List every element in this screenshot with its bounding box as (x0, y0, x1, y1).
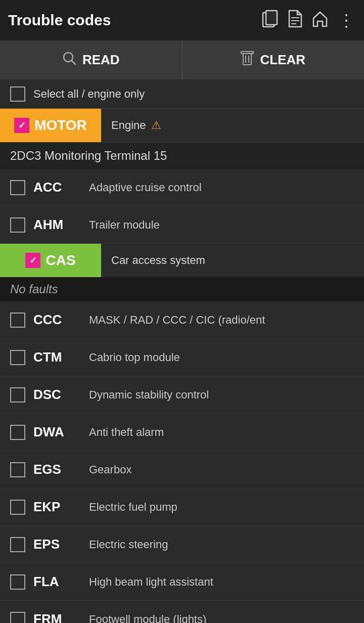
list-item[interactable]: CTM Cabrio top module (0, 339, 364, 376)
eps-code: EPS (33, 537, 89, 552)
list-item[interactable]: EPS Electric steering (0, 526, 364, 563)
list-item[interactable]: EKP Electric fuel pump (0, 488, 364, 526)
svg-rect-1 (266, 11, 277, 25)
egs-checkbox[interactable] (10, 462, 25, 477)
select-all-row[interactable]: Select all / engine only (0, 79, 364, 109)
ekp-desc: Electric fuel pump (89, 501, 354, 514)
group-header: 2DC3 Monitoring Terminal 15 (0, 142, 364, 169)
eps-checkbox[interactable] (10, 537, 25, 552)
search-icon (62, 51, 76, 69)
ahm-code: AHM (33, 217, 89, 233)
ekp-checkbox[interactable] (10, 500, 25, 515)
frm-code: FRM (33, 611, 89, 623)
cas-badge: CAS (0, 244, 101, 277)
document-icon[interactable] (287, 10, 302, 31)
list-item[interactable]: FLA High beam light assistant (0, 563, 364, 601)
engine-label: Engine (111, 119, 146, 132)
ccc-checkbox[interactable] (10, 313, 25, 328)
ctm-desc: Cabrio top module (89, 351, 354, 364)
ahm-checkbox[interactable] (10, 217, 25, 233)
ccc-desc: MASK / RAD / CCC / CIC (radio/ent (89, 314, 354, 327)
read-button[interactable]: READ (0, 40, 183, 79)
dsc-checkbox[interactable] (10, 387, 25, 403)
cas-label: CAS (46, 252, 75, 269)
svg-line-6 (72, 61, 75, 64)
list-item[interactable]: ACC Adaptive cruise control (0, 169, 364, 206)
trash-icon (241, 51, 254, 69)
fla-checkbox[interactable] (10, 574, 25, 590)
fla-desc: High beam light assistant (89, 575, 354, 589)
select-all-checkbox[interactable] (10, 86, 25, 102)
dwa-desc: Anti theft alarm (89, 426, 354, 439)
copy-icon[interactable] (262, 10, 278, 31)
cas-checkbox[interactable] (25, 253, 40, 268)
svg-rect-8 (243, 54, 251, 65)
egs-desc: Gearbox (89, 463, 354, 476)
clear-button[interactable]: CLEAR (183, 40, 365, 79)
list-item[interactable]: EGS Gearbox (0, 451, 364, 488)
motor-label: MOTOR (34, 117, 87, 134)
clear-label: CLEAR (260, 52, 305, 68)
select-all-label: Select all / engine only (33, 87, 145, 101)
frm-checkbox[interactable] (10, 612, 25, 624)
frm-desc: Footwell module (lights) (89, 613, 354, 624)
cas-module-row[interactable]: CAS Car access system (0, 244, 364, 277)
cas-desc: Car access system (101, 254, 215, 267)
list-item[interactable]: AHM Trailer module (0, 206, 364, 244)
ekp-code: EKP (33, 499, 89, 515)
header-icons: ⋮ (262, 10, 356, 31)
list-item[interactable]: DWA Anti theft alarm (0, 414, 364, 451)
motor-badge: MOTOR (0, 109, 101, 142)
egs-code: EGS (33, 462, 89, 477)
more-icon[interactable]: ⋮ (338, 10, 356, 30)
acc-code: ACC (33, 180, 89, 195)
list-item[interactable]: CCC MASK / RAD / CCC / CIC (radio/ent (0, 301, 364, 339)
cas-desc-label: Car access system (111, 254, 205, 267)
page-title: Trouble codes (8, 12, 262, 29)
dwa-checkbox[interactable] (10, 425, 25, 440)
fla-code: FLA (33, 574, 89, 590)
read-label: READ (82, 52, 120, 68)
ctm-checkbox[interactable] (10, 350, 25, 365)
dsc-code: DSC (33, 387, 89, 403)
ctm-code: CTM (33, 349, 89, 365)
header: Trouble codes ⋮ (0, 0, 364, 40)
dwa-code: DWA (33, 424, 89, 440)
eps-desc: Electric steering (89, 538, 354, 551)
list-item[interactable]: DSC Dynamic stability control (0, 376, 364, 414)
dsc-desc: Dynamic stability control (89, 388, 354, 402)
motor-checkbox[interactable] (14, 118, 29, 133)
motor-module-row[interactable]: MOTOR Engine ⚠ (0, 109, 364, 142)
home-icon[interactable] (311, 10, 329, 31)
ccc-code: CCC (33, 312, 89, 328)
no-faults: No faults (0, 277, 364, 301)
acc-checkbox[interactable] (10, 180, 25, 195)
motor-desc: Engine ⚠ (101, 119, 171, 132)
list-item[interactable]: FRM Footwell module (lights) (0, 601, 364, 623)
ahm-desc: Trailer module (89, 218, 354, 232)
acc-desc: Adaptive cruise control (89, 181, 354, 194)
toolbar: READ CLEAR (0, 40, 364, 79)
warning-icon: ⚠ (151, 119, 161, 132)
